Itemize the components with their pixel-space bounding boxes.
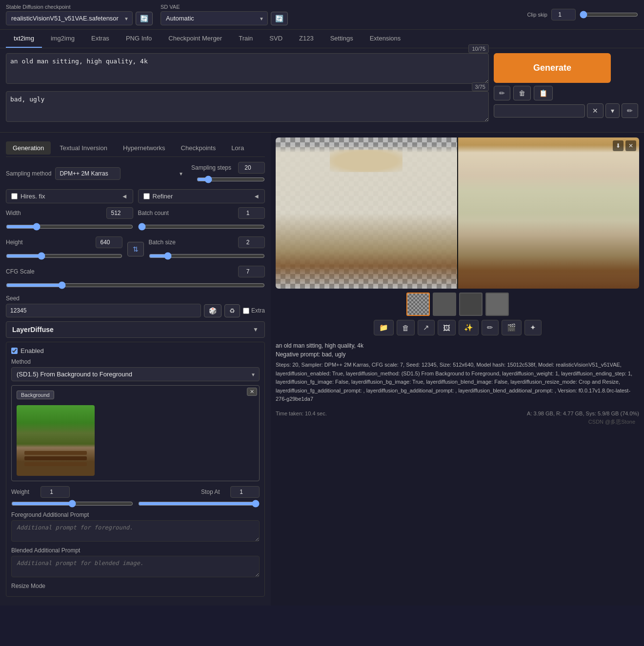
action-send-button[interactable]: ↗ bbox=[418, 320, 435, 335]
output-image-1 bbox=[276, 137, 457, 289]
tab-svd[interactable]: SVD bbox=[262, 30, 290, 48]
sampling-method-select[interactable]: DPM++ 2M Karras bbox=[55, 167, 121, 180]
steps-slider[interactable] bbox=[197, 176, 265, 183]
extra-checkbox[interactable] bbox=[243, 308, 249, 314]
tab-png-info[interactable]: PNG Info bbox=[118, 30, 160, 48]
stop-at-input[interactable] bbox=[230, 486, 260, 498]
background-upload-area: Background ✕ bbox=[11, 385, 260, 481]
sampling-method-row: Sampling method DPM++ 2M Karras Sampling… bbox=[6, 162, 265, 185]
method-select[interactable]: (SD1.5) From Background to Foreground bbox=[11, 367, 260, 381]
action-star-button[interactable]: ✦ bbox=[524, 320, 542, 335]
thumbnail-3[interactable] bbox=[459, 293, 483, 316]
blend-prompt-textarea[interactable] bbox=[11, 556, 260, 577]
tab-extensions[interactable]: Extensions bbox=[362, 30, 409, 48]
thumbnail-strip bbox=[276, 293, 639, 316]
sub-tab-hypernetworks[interactable]: Hypernetworks bbox=[116, 141, 172, 155]
vae-select[interactable]: Automatic bbox=[161, 11, 268, 25]
hires-checkbox[interactable] bbox=[11, 193, 18, 199]
positive-prompt-input[interactable]: an old man sitting, high quality, 4k bbox=[6, 53, 489, 84]
cfg-slider[interactable] bbox=[6, 281, 265, 289]
height-section: Height bbox=[6, 236, 122, 262]
sub-tab-textual-inversion[interactable]: Textual Inversion bbox=[53, 141, 114, 155]
hires-arrow[interactable]: ◄ bbox=[121, 193, 128, 200]
seed-recycle-button[interactable]: ♻ bbox=[224, 304, 240, 317]
action-trash-button[interactable]: 🗑 bbox=[397, 320, 415, 335]
action-magic-button[interactable]: ✨ bbox=[459, 320, 479, 335]
height-label: Height bbox=[6, 239, 50, 246]
download-image-button[interactable]: ⬇ bbox=[613, 140, 624, 151]
weight-sliders-row bbox=[11, 500, 260, 508]
tab-checkpoint-merger[interactable]: Checkpoint Merger bbox=[161, 30, 230, 48]
fg-prompt-label: Foreground Additional Prompt bbox=[11, 511, 260, 518]
generate-button[interactable]: Generate bbox=[494, 53, 611, 83]
sub-tab-generation[interactable]: Generation bbox=[6, 141, 51, 155]
width-slider[interactable] bbox=[6, 223, 133, 231]
thumbnail-1[interactable] bbox=[406, 293, 430, 316]
layer-diffuse-enabled-checkbox[interactable] bbox=[11, 348, 18, 354]
style-edit-button[interactable]: ✏ bbox=[622, 103, 638, 118]
batch-count-slider[interactable] bbox=[138, 223, 265, 231]
layer-diffuse-body: Enabled Method (SD1.5) From Background t… bbox=[6, 342, 265, 597]
enabled-row: Enabled bbox=[11, 347, 260, 354]
edit-button[interactable]: ✏ bbox=[494, 86, 510, 100]
steps-section: Sampling steps bbox=[191, 162, 265, 185]
action-edit-button[interactable]: ✏ bbox=[482, 320, 499, 335]
tab-train[interactable]: Train bbox=[231, 30, 261, 48]
refiner-arrow[interactable]: ◄ bbox=[253, 193, 260, 200]
method-label: Method bbox=[11, 358, 260, 365]
tab-settings[interactable]: Settings bbox=[322, 30, 361, 48]
weight-slider[interactable] bbox=[11, 500, 133, 508]
action-video-button[interactable]: 🎬 bbox=[502, 320, 522, 335]
output-image-2 bbox=[458, 137, 640, 289]
refiner-checkbox[interactable] bbox=[143, 193, 150, 199]
seed-input[interactable] bbox=[6, 304, 201, 317]
swap-dimensions-button[interactable]: ⇅ bbox=[127, 242, 144, 256]
sampling-method-label: Sampling method bbox=[6, 170, 51, 177]
weight-row: Weight Stop At bbox=[11, 486, 260, 498]
vae-label: SD VAE bbox=[161, 4, 288, 10]
fg-prompt-textarea[interactable] bbox=[11, 520, 260, 542]
layer-diffuse-header[interactable]: LayerDiffuse ▼ bbox=[6, 321, 265, 338]
action-folder-button[interactable]: 📁 bbox=[374, 320, 394, 335]
output-negative-prompt: Negative prompt: bad, ugly bbox=[276, 350, 639, 359]
refiner-box: Refiner ◄ bbox=[138, 189, 265, 203]
tab-img2img[interactable]: img2img bbox=[43, 30, 82, 48]
tab-txt2img[interactable]: txt2img bbox=[6, 30, 42, 48]
stop-at-slider[interactable] bbox=[138, 500, 260, 508]
steps-input[interactable] bbox=[238, 162, 265, 174]
vae-refresh-button[interactable]: 🔄 bbox=[271, 12, 288, 25]
clip-skip-input[interactable] bbox=[551, 9, 576, 20]
batch-size-label: Batch size bbox=[149, 239, 193, 246]
sub-tab-lora[interactable]: Lora bbox=[224, 141, 251, 155]
batch-size-input[interactable] bbox=[238, 236, 265, 248]
clipboard-button[interactable]: 📋 bbox=[534, 86, 553, 100]
style-dropdown-button[interactable]: ▾ bbox=[605, 103, 620, 118]
width-input[interactable] bbox=[106, 207, 133, 219]
extra-label: Extra bbox=[243, 307, 265, 314]
cfg-input[interactable] bbox=[238, 266, 265, 277]
bg-close-button[interactable]: ✕ bbox=[247, 388, 257, 396]
negative-prompt-container: 3/75 bad, ugly bbox=[6, 91, 489, 123]
style-input[interactable] bbox=[494, 104, 585, 117]
thumbnail-2[interactable] bbox=[433, 293, 456, 316]
tab-extras[interactable]: Extras bbox=[83, 30, 117, 48]
thumbnail-4[interactable] bbox=[485, 293, 509, 316]
action-frame-button[interactable]: 🖼 bbox=[438, 320, 456, 335]
batch-size-slider[interactable] bbox=[149, 252, 265, 260]
height-input[interactable] bbox=[96, 236, 122, 248]
batch-count-input[interactable] bbox=[238, 207, 265, 219]
tab-z123[interactable]: Z123 bbox=[291, 30, 322, 48]
sub-tab-checkpoints[interactable]: Checkpoints bbox=[174, 141, 223, 155]
clip-skip-slider[interactable] bbox=[580, 11, 638, 19]
left-panel: Generation Textual Inversion Hypernetwor… bbox=[0, 133, 271, 606]
checkpoint-select[interactable]: realisticVisionV51_v51VAE.safetensors [1… bbox=[6, 11, 133, 25]
time-taken: Time taken: 10.4 sec. bbox=[276, 411, 327, 416]
close-image-button[interactable]: ✕ bbox=[625, 140, 636, 151]
seed-dice-button[interactable]: 🎲 bbox=[204, 304, 221, 317]
weight-input[interactable] bbox=[40, 486, 70, 498]
style-close-button[interactable]: ✕ bbox=[587, 103, 604, 118]
checkpoint-refresh-button[interactable]: 🔄 bbox=[136, 12, 153, 25]
negative-prompt-input[interactable]: bad, ugly bbox=[6, 91, 489, 122]
trash-button[interactable]: 🗑 bbox=[513, 86, 531, 100]
height-slider[interactable] bbox=[6, 252, 122, 260]
